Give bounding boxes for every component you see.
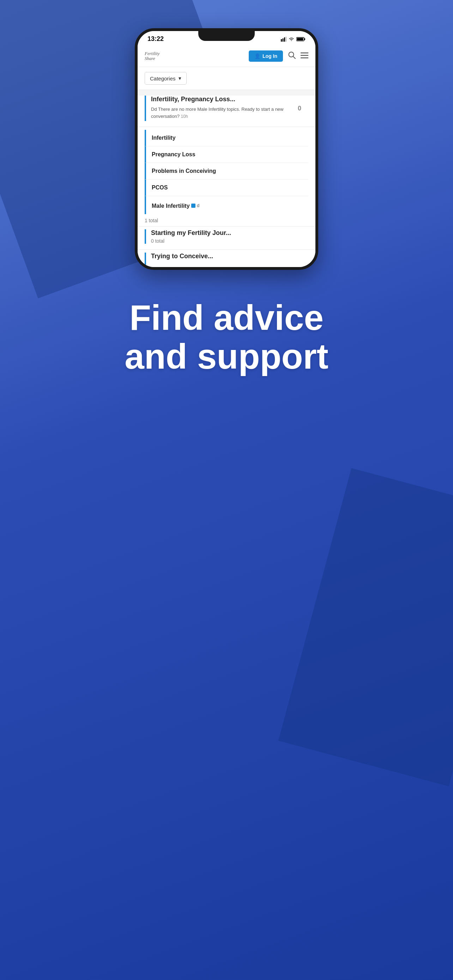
subcategory-pcos-label: PCOS: [152, 185, 168, 191]
tag-letter: d: [197, 203, 199, 208]
svg-rect-6: [304, 38, 305, 40]
svg-rect-2: [284, 37, 285, 41]
app-content: Infertility, Pregnancy Loss... Dd There …: [138, 95, 315, 267]
status-bar: 13:22: [138, 31, 315, 46]
bottom-line1: Find advice: [129, 298, 324, 337]
subcategory-pregnancy-loss-label: Pregnancy Loss: [152, 151, 196, 158]
header-actions: 👤 Log In: [249, 51, 308, 62]
subcategory-problems-conceiving[interactable]: Problems in Conceiving: [145, 163, 308, 180]
phone-notch: [198, 31, 255, 41]
login-button[interactable]: 👤 Log In: [249, 51, 283, 62]
categories-label: Categories: [150, 75, 176, 81]
categories-dropdown[interactable]: Categories ▾: [145, 72, 187, 85]
divider-1: [138, 127, 315, 127]
battery-icon: [296, 37, 305, 41]
third-category-title: Trying to Conceive...: [151, 253, 308, 260]
logo-line1: Fertility: [145, 51, 160, 56]
app-logo: Fertility Share: [145, 51, 160, 61]
status-icons: [281, 37, 305, 41]
subcategories-list: Infertility Pregnancy Loss Problems in C…: [145, 130, 308, 214]
description-text: Dd There are no more Male Infertility to…: [151, 107, 283, 119]
login-icon: 👤: [254, 53, 261, 59]
second-category-title: Starting my Fertility Jour...: [151, 229, 308, 237]
wifi-icon: [288, 37, 295, 41]
subcategory-male-infertility[interactable]: Male Infertility d: [145, 196, 308, 214]
login-label: Log In: [262, 53, 277, 59]
app-header: Fertility Share 👤 Log In: [138, 46, 315, 67]
categories-bar: Categories ▾: [138, 67, 315, 90]
svg-line-8: [293, 56, 295, 59]
divider-2: [138, 226, 315, 226]
bottom-headline: Find advice and support: [124, 298, 329, 376]
menu-icon[interactable]: [300, 51, 308, 60]
tag-dot-icon: [191, 204, 196, 208]
dropdown-chevron-icon: ▾: [178, 75, 181, 81]
category-time: 10h: [181, 114, 188, 119]
logo-line2: Share: [145, 56, 160, 61]
third-category-partial[interactable]: Trying to Conceive...: [145, 253, 308, 267]
bottom-text-section: Find advice and support: [103, 270, 350, 404]
category-count: 0: [298, 105, 301, 112]
bottom-line2: and support: [124, 337, 329, 376]
subcategory-tag: d: [191, 203, 199, 208]
svg-rect-0: [281, 39, 282, 41]
subcategory-pregnancy-loss[interactable]: Pregnancy Loss: [145, 146, 308, 163]
svg-rect-5: [297, 38, 304, 40]
total-count: 1 total: [145, 218, 308, 223]
second-category-count: 0 total: [151, 238, 308, 244]
divider-3: [138, 250, 315, 250]
status-time: 13:22: [148, 35, 164, 43]
phone-mockup: 13:22 Fertility Share: [135, 28, 318, 270]
search-icon[interactable]: [288, 51, 296, 61]
main-category: Infertility, Pregnancy Loss... Dd There …: [145, 95, 308, 121]
subcategory-problems-conceiving-label: Problems in Conceiving: [152, 168, 216, 174]
subcategory-male-infertility-label: Male Infertility: [152, 203, 190, 209]
second-category[interactable]: Starting my Fertility Jour... 0 total: [145, 229, 308, 244]
subcategory-infertility-label: Infertility: [152, 135, 176, 141]
subcategory-pcos[interactable]: PCOS: [145, 180, 308, 196]
svg-rect-3: [286, 37, 287, 41]
subcategory-infertility[interactable]: Infertility: [145, 130, 308, 146]
category-header-content: Infertility, Pregnancy Loss... Dd There …: [151, 95, 308, 121]
category-header-row: Infertility, Pregnancy Loss... Dd There …: [151, 95, 308, 121]
svg-rect-1: [283, 38, 284, 41]
main-category-title[interactable]: Infertility, Pregnancy Loss...: [151, 95, 308, 103]
signal-icon: [281, 37, 286, 41]
main-category-description: Dd There are no more Male Infertility to…: [151, 106, 308, 119]
